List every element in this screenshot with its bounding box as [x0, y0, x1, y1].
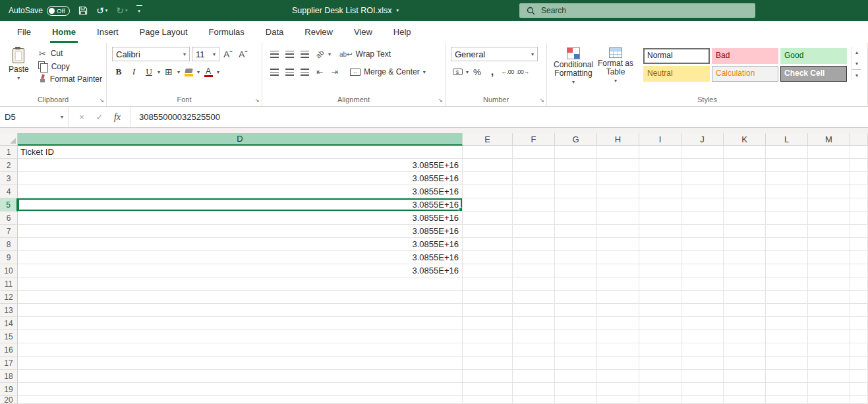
- cell-K16[interactable]: [724, 343, 766, 357]
- cell-M15[interactable]: [808, 330, 850, 343]
- accounting-format-button[interactable]: $: [451, 65, 464, 79]
- cell-I4[interactable]: [639, 185, 681, 198]
- cell-F6[interactable]: [513, 212, 555, 225]
- column-header-L[interactable]: L: [766, 133, 808, 146]
- cell-I7[interactable]: [639, 225, 681, 238]
- cell-x1[interactable]: [850, 146, 868, 159]
- cell-style-bad[interactable]: Bad: [712, 48, 778, 64]
- tab-home[interactable]: Home: [42, 21, 86, 43]
- cell-E11[interactable]: [463, 277, 513, 291]
- merge-center-button[interactable]: ↔ Merge & Center ▾: [350, 67, 426, 76]
- cell-K14[interactable]: [724, 317, 766, 330]
- cell-K1[interactable]: [724, 146, 766, 159]
- cell-x17[interactable]: [850, 357, 868, 370]
- wrap-text-button[interactable]: ab↩ Wrap Text: [339, 49, 391, 59]
- increase-indent-button[interactable]: ⇥: [328, 65, 341, 79]
- cell-F17[interactable]: [513, 357, 555, 370]
- cell-M8[interactable]: [808, 238, 850, 251]
- cell-H2[interactable]: [597, 159, 639, 172]
- cell-D7[interactable]: 3.0855E+16: [18, 225, 463, 238]
- cell-I19[interactable]: [639, 383, 681, 396]
- row-header-12[interactable]: 12: [0, 291, 18, 304]
- cell-L20[interactable]: [766, 396, 808, 404]
- cell-D2[interactable]: 3.0855E+16: [18, 159, 463, 172]
- underline-dropdown[interactable]: ▾: [158, 69, 160, 75]
- column-header-H[interactable]: H: [597, 133, 639, 146]
- cell-L17[interactable]: [766, 357, 808, 370]
- cell-G7[interactable]: [555, 225, 597, 238]
- cell-K7[interactable]: [724, 225, 766, 238]
- cell-J9[interactable]: [681, 251, 724, 264]
- cell-H9[interactable]: [597, 251, 639, 264]
- row-header-16[interactable]: 16: [0, 343, 18, 357]
- cell-M12[interactable]: [808, 291, 850, 304]
- align-center-button[interactable]: [283, 65, 296, 79]
- cell-E14[interactable]: [463, 317, 513, 330]
- cell-L10[interactable]: [766, 264, 808, 277]
- cell-I15[interactable]: [639, 330, 681, 343]
- cell-M9[interactable]: [808, 251, 850, 264]
- cell-G3[interactable]: [555, 172, 597, 185]
- decrease-font-size-button[interactable]: Aˇ: [237, 47, 250, 61]
- cell-I5[interactable]: [639, 198, 681, 212]
- cell-F4[interactable]: [513, 185, 555, 198]
- cell-I6[interactable]: [639, 212, 681, 225]
- row-header-13[interactable]: 13: [0, 304, 18, 317]
- cell-K6[interactable]: [724, 212, 766, 225]
- cell-style-calculation[interactable]: Calculation: [712, 66, 778, 82]
- cell-x8[interactable]: [850, 238, 868, 251]
- bold-button[interactable]: B: [112, 65, 125, 79]
- format-as-table-button[interactable]: Format as Table ▾: [594, 47, 637, 84]
- cell-J15[interactable]: [681, 330, 724, 343]
- cell-x19[interactable]: [850, 383, 868, 396]
- cell-D17[interactable]: [18, 357, 463, 370]
- row-header-20[interactable]: 20: [0, 396, 18, 404]
- cell-D13[interactable]: [18, 304, 463, 317]
- row-header-8[interactable]: 8: [0, 238, 18, 251]
- cell-x15[interactable]: [850, 330, 868, 343]
- cell-I11[interactable]: [639, 277, 681, 291]
- row-header-3[interactable]: 3: [0, 172, 18, 185]
- cell-M19[interactable]: [808, 383, 850, 396]
- fill-handle[interactable]: [459, 208, 462, 211]
- cell-L3[interactable]: [766, 172, 808, 185]
- cell-G14[interactable]: [555, 317, 597, 330]
- cell-L9[interactable]: [766, 251, 808, 264]
- cell-K17[interactable]: [724, 357, 766, 370]
- select-all-corner[interactable]: [0, 133, 18, 146]
- cell-K12[interactable]: [724, 291, 766, 304]
- cell-E8[interactable]: [463, 238, 513, 251]
- number-dialog-launcher[interactable]: ↘: [539, 96, 544, 105]
- cell-K13[interactable]: [724, 304, 766, 317]
- cell-M14[interactable]: [808, 317, 850, 330]
- cell-x3[interactable]: [850, 172, 868, 185]
- cell-I9[interactable]: [639, 251, 681, 264]
- cell-F1[interactable]: [513, 146, 555, 159]
- font-color-dropdown[interactable]: ▾: [217, 69, 219, 75]
- cell-E13[interactable]: [463, 304, 513, 317]
- cell-H1[interactable]: [597, 146, 639, 159]
- cell-I8[interactable]: [639, 238, 681, 251]
- column-header-K[interactable]: K: [724, 133, 766, 146]
- cell-L7[interactable]: [766, 225, 808, 238]
- middle-align-button[interactable]: [283, 47, 296, 61]
- row-header-5[interactable]: 5: [0, 198, 18, 212]
- paste-button[interactable]: Paste ▾: [5, 47, 32, 81]
- cell-J3[interactable]: [681, 172, 724, 185]
- save-button[interactable]: [78, 6, 88, 15]
- cell-D12[interactable]: [18, 291, 463, 304]
- tab-review[interactable]: Review: [294, 21, 343, 43]
- cell-I10[interactable]: [639, 264, 681, 277]
- cell-D11[interactable]: [18, 277, 463, 291]
- cell-I20[interactable]: [639, 396, 681, 404]
- cell-G5[interactable]: [555, 198, 597, 212]
- cell-F15[interactable]: [513, 330, 555, 343]
- tab-help[interactable]: Help: [383, 21, 422, 43]
- cell-F18[interactable]: [513, 370, 555, 383]
- cell-I17[interactable]: [639, 357, 681, 370]
- cell-J5[interactable]: [681, 198, 724, 212]
- cell-H7[interactable]: [597, 225, 639, 238]
- cell-F9[interactable]: [513, 251, 555, 264]
- column-header-J[interactable]: J: [681, 133, 724, 146]
- cell-G4[interactable]: [555, 185, 597, 198]
